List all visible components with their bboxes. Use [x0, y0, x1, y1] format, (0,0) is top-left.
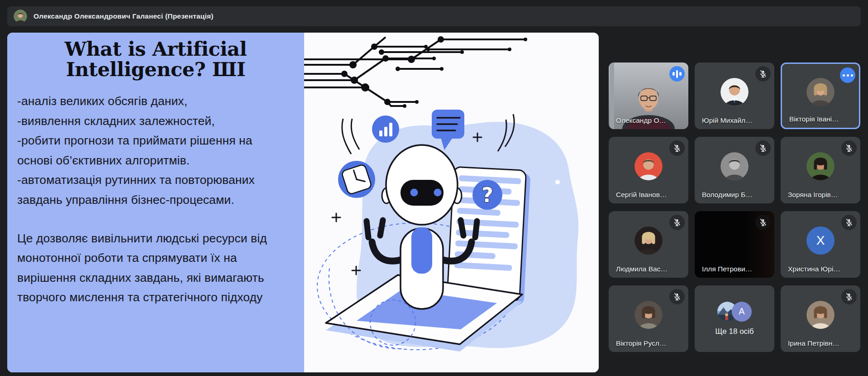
presenter-avatar [14, 10, 27, 23]
participant-tile[interactable]: Сергій Іванов… [609, 137, 688, 203]
slide-illustration-panel [304, 33, 599, 372]
mic-off-badge [669, 215, 685, 230]
participant-tile[interactable]: Зоряна Ігорів… [781, 137, 860, 203]
presenter-name: Олександр Олександрович Галанесі (Презен… [33, 12, 214, 20]
slide-paragraph: Це дозволяє вивільнити людські ресурси в… [17, 229, 285, 308]
mic-off-icon [844, 292, 854, 301]
mic-off-icon [844, 218, 854, 227]
mic-off-badge [841, 140, 857, 156]
presentation-slide[interactable]: What is Artificial Intelligence? ШІ -ана… [7, 33, 599, 372]
letter-avatar: X [806, 227, 835, 255]
speaking-indicator [669, 66, 685, 82]
participant-avatar [806, 78, 835, 106]
mic-off-icon [758, 69, 768, 78]
participant-avatar [806, 152, 835, 180]
participant-name: Сергій Іванов… [616, 191, 667, 199]
more-avatars: A [717, 302, 752, 322]
participant-avatar [634, 301, 663, 329]
participant-name: Христина Юрі… [788, 265, 840, 273]
mic-off-badge [755, 140, 771, 156]
participant-avatar [634, 227, 663, 255]
mic-off-icon [672, 144, 682, 153]
mic-off-badge [755, 215, 771, 230]
mic-off-icon [672, 292, 682, 301]
participant-avatar [634, 152, 663, 180]
participant-name: Олександр О… [616, 116, 666, 125]
mic-off-icon [844, 144, 854, 153]
mic-off-icon [672, 218, 682, 227]
participant-avatar [806, 301, 835, 329]
mic-off-icon [758, 144, 768, 153]
participant-tile[interactable]: Людмила Вас… [609, 211, 688, 278]
participant-name: Зоряна Ігорів… [788, 191, 838, 199]
participant-name: Вікторія Івані… [789, 115, 839, 123]
participant-tile[interactable]: Вікторія Івані… [781, 63, 860, 129]
participants-grid: Олександр О… Юрій Михайл… [609, 63, 860, 352]
participant-tile[interactable]: Ілля Петрови… [695, 211, 774, 278]
participant-avatar [720, 78, 749, 106]
presenter-banner[interactable]: Олександр Олександрович Галанесі (Презен… [7, 6, 861, 26]
mic-off-icon [758, 218, 768, 227]
participant-name: Ірина Петрівн… [788, 339, 839, 347]
participant-tile[interactable]: Ірина Петрівн… [781, 285, 860, 352]
participant-name: Ілля Петрови… [702, 265, 752, 273]
participant-name: Володимир Б… [702, 191, 753, 199]
letter-avatar: A [732, 302, 752, 322]
participant-avatar [720, 152, 749, 180]
participant-tile[interactable]: XХристина Юрі… [781, 211, 860, 278]
meet-window: Олександр Олександрович Галанесі (Презен… [0, 0, 868, 376]
participant-tile[interactable]: Володимир Б… [695, 137, 774, 203]
participant-name: Людмила Вас… [616, 265, 668, 273]
participant-tile[interactable]: Юрій Михайл… [695, 63, 774, 129]
tile-options-button[interactable] [840, 67, 855, 83]
mic-off-badge [841, 289, 857, 304]
participant-tile[interactable]: Вікторія Русл… [609, 285, 688, 352]
participant-name: Ще 18 осіб [715, 327, 754, 336]
more-participants-tile[interactable]: A Ще 18 осіб [695, 285, 774, 352]
mic-off-badge [841, 215, 857, 230]
mic-off-badge [669, 289, 685, 304]
participant-name: Вікторія Русл… [616, 339, 666, 347]
mic-off-badge [669, 140, 685, 156]
participant-name: Юрій Михайл… [702, 116, 753, 125]
participant-tile[interactable]: Олександр О… [609, 63, 688, 129]
participant-avatar [14, 10, 27, 23]
slide-title: What is Artificial Intelligence? ШІ [16, 39, 295, 80]
mic-off-badge [755, 66, 771, 82]
slide-text-panel: What is Artificial Intelligence? ШІ -ана… [7, 33, 304, 372]
slide-bullets: -аналіз великих обсягів даних, -виявленн… [17, 92, 285, 210]
